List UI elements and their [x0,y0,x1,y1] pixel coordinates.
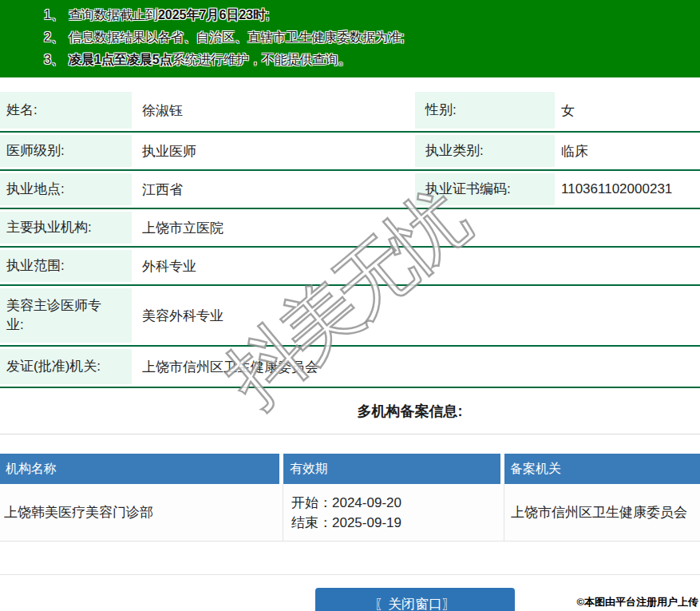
issuing-authority-value: 上饶市信州区卫生健康委员会 [132,347,700,387]
practice-category-value: 临床 [555,133,700,169]
practice-location-label: 执业地点: [0,173,132,205]
org-name-column-header: 机构名称 [0,454,283,484]
section-title: 多机构备案信息: [358,402,463,421]
notice-text-bold: 2025年7月6日23时 [158,8,266,22]
table-row: 发证(批准)机关: 上饶市信州区卫生健康委员会 [0,347,700,388]
name-value: 徐淑钰 [132,89,415,131]
gender-value: 女 [555,89,700,131]
validity-column-header: 有效期 [283,454,504,484]
practice-category-label: 执业类别: [415,135,555,167]
gender-label-cell: 性别: [415,89,555,131]
doctor-level-label: 医师级别: [0,135,132,167]
main-institution-label: 主要执业机构: [0,212,132,244]
notice-number: 3、 [44,53,64,66]
notice-banner: 1、查询数据截止到2025年7月6日23时; 2、信息数据结果以各省、自治区、直… [0,0,700,77]
notice-text-bold: 凌晨1点至凌晨5点 [69,53,172,66]
certificate-number-value: 110361102000231 [555,171,700,208]
multi-org-section: 多机构备案信息: [0,388,700,434]
record-authority-column-header: 备案机关 [504,454,700,484]
record-authority-value: 上饶市信州区卫生健康委员会 [504,484,700,541]
main-institution-value: 上饶市立医院 [132,209,700,246]
practice-location-label-cell: 执业地点: [0,171,132,208]
table-row: 主要执业机构: 上饶市立医院 [0,209,700,248]
practitioner-info-table: 姓名: 徐淑钰 性别: 女 医师级别: 执业医师 执业类别: 临床 执业地点: … [0,89,700,388]
cosmetic-specialty-value: 美容外科专业 [132,286,700,345]
table-row: 姓名: 徐淑钰 性别: 女 [0,89,700,133]
notice-line-2: 2、信息数据结果以各省、自治区、直辖市卫生健康委数据为准; [0,26,700,49]
validity-value-cell: 开始：2024-09-20 结束：2025-09-19 [283,484,504,541]
name-label: 姓名: [0,92,132,129]
table-bottom-spacer [0,542,700,575]
notice-line-1: 1、查询数据截止到2025年7月6日23时; [0,4,700,26]
doctor-level-label-cell: 医师级别: [0,133,132,169]
practice-scope-label: 执业范围: [0,250,132,282]
table-row: 美容主诊医师专业: 美容外科专业 [0,286,700,347]
notice-text: 系统进行维护，不能提供查询。 [172,53,351,66]
org-name-value: 上饶韩美医疗美容门诊部 [0,484,283,541]
table-row: 医师级别: 执业医师 执业类别: 临床 [0,133,700,171]
notice-text: 查询数据截止到 [69,8,158,22]
cosmetic-specialty-label: 美容主诊医师专业: [0,288,132,343]
table-row: 执业地点: 江西省 执业证书编码: 110361102000231 [0,171,700,209]
main-institution-label-cell: 主要执业机构: [0,209,132,246]
org-table-row: 上饶韩美医疗美容门诊部 开始：2024-09-20 结束：2025-09-19 … [0,484,700,542]
practice-location-value: 江西省 [132,171,415,208]
notice-text: ; [266,8,269,22]
name-label-cell: 姓名: [0,89,132,131]
practice-scope-label-cell: 执业范围: [0,248,132,284]
validity-start: 开始：2024-09-20 [291,493,401,513]
table-row: 执业范围: 外科专业 [0,248,700,286]
validity-end: 结束：2025-09-19 [291,513,401,533]
certificate-number-label-cell: 执业证书编码: [415,171,555,208]
notice-number: 2、 [44,30,64,44]
org-table-header: 机构名称 有效期 备案机关 [0,454,700,484]
notice-number: 1、 [44,8,64,22]
issuing-authority-label: 发证(批准)机关: [0,349,132,384]
upload-stamp-text: ©本图由平台注册用户上传 [576,595,698,609]
query-result-page: 1、查询数据截止到2025年7月6日23时; 2、信息数据结果以各省、自治区、直… [0,0,700,611]
close-window-button[interactable]: 〖关闭窗口〗 [315,588,515,611]
practice-scope-value: 外科专业 [132,248,700,284]
notice-text: 信息数据结果以各省、自治区、直辖市卫生健康委数据为准; [69,30,404,44]
issuing-authority-label-cell: 发证(批准)机关: [0,347,132,387]
doctor-level-value: 执业医师 [132,133,415,169]
cosmetic-specialty-label-cell: 美容主诊医师专业: [0,286,132,345]
practice-category-label-cell: 执业类别: [415,133,555,169]
gender-label: 性别: [415,92,555,129]
certificate-number-label: 执业证书编码: [415,173,555,205]
notice-line-3: 3、凌晨1点至凌晨5点系统进行维护，不能提供查询。 [0,49,700,71]
